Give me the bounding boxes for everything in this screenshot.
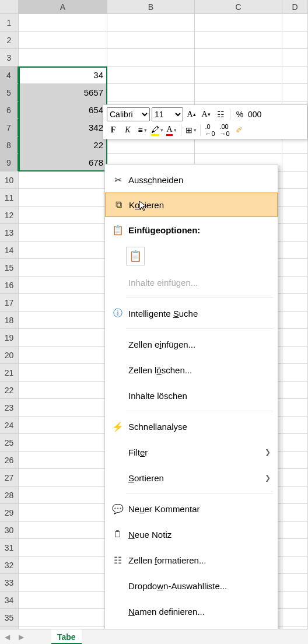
cell-A5[interactable]: 5657 [19, 84, 107, 102]
row-header-25[interactable]: 25 [0, 434, 19, 452]
cell-D27[interactable] [282, 469, 308, 487]
row-header-3[interactable]: 3 [0, 49, 19, 66]
row-header-17[interactable]: 17 [0, 294, 19, 312]
italic-button[interactable]: K [121, 124, 134, 136]
cell-D5[interactable] [282, 84, 308, 102]
menu-new-comment[interactable]: 💬 Neuer Kommentar [105, 496, 278, 522]
menu-filter[interactable]: Filter ❯ [105, 439, 278, 465]
cell-D19[interactable] [282, 329, 308, 346]
paste-clipboard-icon[interactable]: 📋 [126, 247, 145, 265]
sheet-tab-active[interactable]: Tabe [51, 629, 82, 645]
cell-D24[interactable] [282, 416, 308, 434]
cell-A28[interactable] [19, 487, 107, 504]
sheet-nav-next-icon[interactable]: ▶ [14, 633, 28, 641]
row-header-10[interactable]: 10 [0, 172, 19, 189]
cell-D34[interactable] [282, 592, 308, 609]
cell-D9[interactable] [282, 154, 308, 172]
cell-D12[interactable] [282, 206, 308, 224]
cell-A1[interactable] [19, 14, 107, 32]
cell-D23[interactable] [282, 399, 308, 416]
cell-A35[interactable] [19, 609, 107, 626]
row-header-13[interactable]: 13 [0, 224, 19, 242]
menu-insert-cells[interactable]: Zellen einfügen... [105, 331, 278, 357]
comma-style-icon[interactable]: 000 [248, 108, 261, 121]
row-header-22[interactable]: 22 [0, 382, 19, 399]
cell-C3[interactable] [195, 49, 282, 66]
cell-A13[interactable] [19, 224, 107, 242]
row-header-24[interactable]: 24 [0, 416, 19, 434]
cell-D28[interactable] [282, 487, 308, 504]
menu-smart-lookup[interactable]: ⓘ Intelligente Suche [105, 300, 278, 326]
cell-A6[interactable]: 654 [19, 102, 107, 119]
cell-D4[interactable] [282, 66, 308, 84]
cell-A14[interactable] [19, 242, 107, 259]
decrease-font-icon[interactable]: A▾ [200, 108, 212, 121]
cell-D29[interactable] [282, 504, 308, 522]
cell-D22[interactable] [282, 382, 308, 399]
accounting-format-icon[interactable]: ☷ [214, 108, 227, 121]
format-painter-icon[interactable]: ✐ [233, 124, 246, 136]
row-header-26[interactable]: 26 [0, 452, 19, 469]
cell-A18[interactable] [19, 312, 107, 329]
cell-A23[interactable] [19, 399, 107, 416]
cell-A26[interactable] [19, 452, 107, 469]
cell-B2[interactable] [107, 32, 195, 49]
cell-A34[interactable] [19, 592, 107, 609]
cell-D14[interactable] [282, 242, 308, 259]
row-header-35[interactable]: 35 [0, 609, 19, 626]
cell-A30[interactable] [19, 522, 107, 539]
menu-dropdown-list[interactable]: Dropdown-Auswahlliste... [105, 573, 278, 598]
cell-A3[interactable] [19, 49, 107, 66]
cell-C1[interactable] [195, 14, 282, 32]
menu-sort[interactable]: Sortieren ❯ [105, 465, 278, 491]
borders-icon[interactable]: ⊞ [184, 124, 197, 136]
cell-A8[interactable]: 22 [19, 136, 107, 154]
col-header-c[interactable]: C [195, 0, 282, 14]
cell-A2[interactable] [19, 32, 107, 49]
cell-B1[interactable] [107, 14, 195, 32]
col-header-d[interactable]: D [282, 0, 308, 14]
cell-A20[interactable] [19, 346, 107, 364]
cell-A22[interactable] [19, 382, 107, 399]
font-select[interactable]: Calibri [107, 107, 150, 121]
cell-C4[interactable] [195, 66, 282, 84]
menu-new-note[interactable]: 🗒 Neue Notiz [105, 522, 278, 547]
row-header-34[interactable]: 34 [0, 592, 19, 609]
row-header-21[interactable]: 21 [0, 364, 19, 382]
cell-D31[interactable] [282, 539, 308, 556]
row-header-27[interactable]: 27 [0, 469, 19, 487]
menu-clear-contents[interactable]: Inhalte löschen [105, 383, 278, 408]
cell-A4[interactable]: 34 [19, 66, 107, 84]
cell-A24[interactable] [19, 416, 107, 434]
cell-D13[interactable] [282, 224, 308, 242]
row-header-12[interactable]: 12 [0, 206, 19, 224]
align-icon[interactable]: ≡ [136, 124, 149, 136]
row-header-2[interactable]: 2 [0, 32, 19, 49]
font-size-select[interactable]: 11 [152, 107, 183, 121]
cell-D10[interactable] [282, 172, 308, 189]
percent-icon[interactable]: % [233, 108, 246, 121]
row-header-19[interactable]: 19 [0, 329, 19, 346]
bold-button[interactable]: F [107, 124, 120, 136]
col-header-b[interactable]: B [107, 0, 195, 14]
cell-D18[interactable] [282, 312, 308, 329]
cell-D11[interactable] [282, 189, 308, 206]
cell-A15[interactable] [19, 259, 107, 276]
cell-A27[interactable] [19, 469, 107, 487]
row-header-6[interactable]: 6 [0, 102, 19, 119]
menu-define-name[interactable]: Namen definieren... [105, 598, 278, 624]
cell-A33[interactable] [19, 574, 107, 592]
increase-font-icon[interactable]: A▴ [185, 108, 198, 121]
cell-A11[interactable] [19, 189, 107, 206]
cell-B4[interactable] [107, 66, 195, 84]
cell-D15[interactable] [282, 259, 308, 276]
row-header-15[interactable]: 15 [0, 259, 19, 276]
cell-D16[interactable] [282, 276, 308, 294]
select-all-corner[interactable] [0, 0, 19, 14]
cell-C5[interactable] [195, 84, 282, 102]
col-header-a[interactable]: A [19, 0, 107, 14]
cell-D2[interactable] [282, 32, 308, 49]
cell-A21[interactable] [19, 364, 107, 382]
font-color-icon[interactable]: A [165, 124, 178, 136]
menu-cut[interactable]: ✂ Ausschneiden [105, 167, 278, 192]
